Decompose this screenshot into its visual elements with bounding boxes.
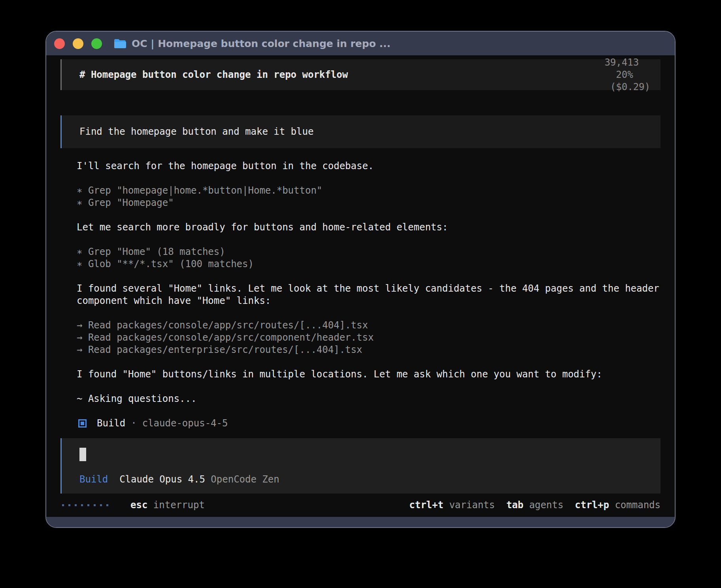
transcript-line: ~ Asking questions... [77, 393, 660, 405]
keyboard-hint: tabagents [506, 499, 564, 511]
status-left: escinterrupt [60, 499, 205, 511]
statusbar-hints-right: ctrl+tvariants tabagents ctrl+pcommands [409, 499, 661, 511]
close-button[interactable] [54, 38, 65, 49]
terminal-window: OC | Homepage button color change in rep… [45, 31, 676, 528]
transcript-line [77, 356, 660, 368]
context-percent: 20% [616, 69, 633, 80]
agent-status-row: Build · claude-opus-4-5 [78, 417, 661, 430]
keyboard-hint: escinterrupt [130, 499, 205, 511]
session-stats: 39,413 20% ($0.29) [559, 55, 650, 106]
transcript-line: → Read packages/console/app/src/componen… [77, 332, 660, 344]
transcript-line: I found "Home" buttons/links in multiple… [77, 368, 660, 381]
terminal-content: # Homepage button color change in repo w… [46, 55, 675, 517]
zoom-button[interactable] [91, 38, 102, 49]
transcript-line: Let me search more broadly for buttons a… [77, 221, 660, 234]
user-message-text: Find the homepage button and make it blu… [79, 126, 313, 137]
statusbar-hints-left: escinterrupt [130, 499, 205, 511]
agent-model: claude-opus-4-5 [142, 417, 228, 430]
traffic-lights [54, 38, 102, 49]
transcript-line [77, 172, 660, 185]
status-bar: escinterrupt ctrl+tvariants tabagents ct… [60, 497, 661, 513]
transcript-line: ∗ Grep "Home" (18 matches) [77, 246, 660, 258]
transcript-line: ∗ Grep "homepage|home.*button|Home.*butt… [77, 185, 660, 197]
transcript-line [77, 234, 660, 246]
input-mode: Build [79, 473, 108, 486]
transcript-line: I'll search for the homepage button in t… [77, 160, 660, 172]
user-message: Find the homepage button and make it blu… [60, 115, 661, 148]
agent-separator: · [131, 417, 136, 430]
transcript-line [77, 307, 660, 319]
token-count: 39,413 [604, 57, 639, 68]
transcript-line [77, 381, 660, 393]
folder-icon [114, 38, 126, 49]
input-model: Claude Opus 4.5 [119, 473, 205, 486]
input-provider: OpenCode Zen [211, 473, 279, 486]
transcript-line: → Read packages/console/app/src/routes/[… [77, 319, 660, 332]
input-footer: Build Claude Opus 4.5 OpenCode Zen [79, 473, 650, 486]
spinner-dots [62, 504, 108, 506]
prompt-input[interactable]: Build Claude Opus 4.5 OpenCode Zen [60, 438, 661, 494]
session-title: # Homepage button color change in repo w… [79, 69, 348, 81]
session-header: # Homepage button color change in repo w… [60, 59, 661, 90]
transcript-line: ∗ Glob "**/*.tsx" (100 matches) [77, 258, 660, 270]
agent-name: Build [97, 417, 125, 430]
assistant-transcript: I'll search for the homepage button in t… [77, 160, 660, 405]
transcript-line [77, 270, 660, 283]
transcript-line: I found several "Home" links. Let me loo… [77, 283, 660, 307]
window-titlebar: OC | Homepage button color change in rep… [46, 32, 675, 55]
keyboard-hint: ctrl+pcommands [575, 499, 661, 511]
session-cost: ($0.29) [610, 81, 650, 92]
window-title: OC | Homepage button color change in rep… [132, 38, 391, 49]
text-cursor [79, 448, 86, 461]
transcript-line: → Read packages/enterprise/src/routes/[.… [77, 344, 660, 356]
transcript-line [77, 209, 660, 221]
transcript-line: ∗ Grep "Homepage" [77, 197, 660, 209]
keyboard-hint: ctrl+tvariants [409, 499, 495, 511]
window-bottom-strip [46, 517, 675, 527]
agent-icon [78, 419, 87, 428]
minimize-button[interactable] [73, 38, 83, 49]
